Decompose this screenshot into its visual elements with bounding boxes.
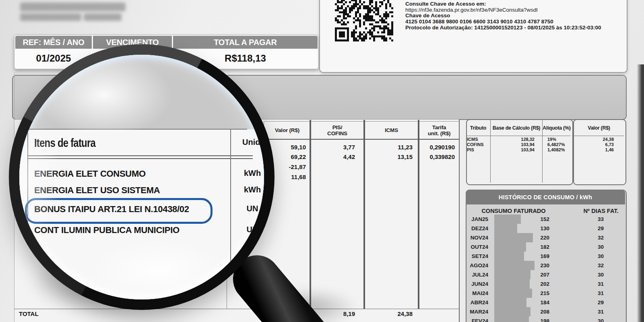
consumption-value: 169 [537,253,549,259]
consumption-row: JUN2420231 [466,279,625,289]
consumption-row: OUT2418230 [466,242,625,252]
tributos-column-separator [490,120,491,183]
tributo-valor: 1,46 [574,147,614,152]
consumption-row: DEZ2413029 [466,224,625,233]
consumption-bar-track [494,215,537,224]
item-icms: 11,23 [372,144,413,151]
consumption-row: NOV2422032 [466,233,625,242]
consumption-value: 198 [537,318,549,322]
consumption-row: MAI2421531 [466,289,625,298]
consumption-value: 182 [537,244,549,250]
consumption-value: 202 [537,281,549,287]
total-icms: 24,38 [372,310,413,318]
consumption-value: 208 [537,309,549,315]
consumption-row: ABR2418429 [466,298,625,307]
consumption-row: SET2416930 [466,252,625,261]
consumption-history-rows: JAN2515233 DEZ2413029 NOV2422032 OUT2418… [466,215,625,322]
item-pis-cofins: 3,77 [315,144,355,151]
consumption-value: 152 [537,216,549,222]
magnified-header-separator [27,158,253,159]
magnified-table-top-border [27,129,247,130]
tributo-valor: 24,38 [574,137,614,142]
days-value: 32 [549,262,604,268]
column-separator [310,120,311,309]
consumption-bar-track [494,298,537,307]
magnified-header-separator [27,155,253,156]
month-label: DEZ24 [466,225,488,231]
days-value: 33 [549,216,604,222]
consumption-bar-track [494,252,537,261]
access-key-value: 4125 0104 3688 9800 0106 6600 3143 9010 … [405,19,615,25]
consumption-history-title: HISTÓRICO DE CONSUMO / kWh [466,190,625,204]
qr-code [335,0,393,41]
consumption-bar-track [494,307,537,316]
month-label: ABR24 [466,299,488,305]
consumption-bar-track [494,270,537,279]
consumo-faturado-header: CONSUMO FATURADO [469,208,558,214]
days-value: 29 [549,225,604,231]
item-name: ENERGIA ELET USO SISTEMA [34,185,160,196]
access-key-label: Chave de Acesso [405,13,615,19]
table-right-border [459,119,460,322]
authorization-protocol: Protocolo de Autorização: 14125000015201… [405,25,615,31]
valor-column-header: Valor (R$) [265,122,310,139]
consumption-bar [494,242,526,252]
month-label: JAN25 [466,216,488,222]
consumption-value: 184 [537,299,549,305]
tributo-base: 128,32 [494,137,535,142]
tributo-header: Tributo [466,125,490,131]
days-value: 31 [549,290,604,296]
consumption-row: MAR2420831 [466,307,625,316]
magnified-unit-separator [230,129,231,282]
month-label: AGO24 [466,262,488,268]
magnifier-lens: Itens de fatura Unid. ENERGIA ELET CONSU… [9,44,275,310]
tributos-header-separator [574,136,624,136]
consumption-bar-track [494,279,537,289]
consumption-bar-track [494,261,537,270]
consumption-value: 220 [537,235,549,241]
consumption-bar [494,270,530,279]
consumption-row: FEV2419830 [466,316,625,322]
consumption-row: JAN2515233 [466,215,625,224]
item-name: ENERGIA ELET CONSUMO [34,169,146,180]
pis-cofins-column-header: PIS/COFINS [311,122,363,139]
consumption-bar-track [494,242,537,252]
month-label: NOV24 [466,235,488,241]
consumption-bar-track [494,224,537,233]
consumption-bar-track [494,233,537,242]
icms-column-header: ICMS [365,122,418,139]
month-label: FEV24 [466,318,488,322]
days-value: 31 [549,309,604,315]
column-separator [363,120,365,309]
tributo-base: 103,94 [494,147,535,152]
consumption-bar [494,307,530,316]
consumption-bar [494,316,529,322]
consumption-value: 215 [537,290,549,296]
item-unit: kWh [235,185,264,196]
item-tarifa: 0,290190 [415,144,455,151]
item-pis-cofins: 4,42 [315,153,355,161]
electricity-bill-document: REF: MÊS / ANO VENCIMENTO TOTAL A PAGAR … [0,0,644,322]
item-unit: UN [235,225,264,236]
tributo-aliquota: 1,4082% [547,147,572,152]
dias-faturados-header: Nº DIAS FAT. [573,208,629,214]
tributo-base: 103,94 [494,142,535,147]
consumption-bar [494,289,532,298]
items-table-title: Itens de fatura [34,136,95,150]
highlight-ellipse [25,198,213,224]
consumption-bar [494,252,524,261]
month-label: SET24 [466,253,488,259]
magnified-view: Itens de fatura Unid. ENERGIA ELET CONSU… [19,55,264,299]
tributo-name: PIS [467,147,489,152]
consumption-row: AGO2423032 [466,261,625,270]
consumption-bar [494,215,521,224]
tarifa-column-header: Tarifaunit. (R$) [419,122,459,139]
tributo-name: ICMS [467,137,489,142]
days-value: 30 [549,272,604,278]
month-label: MAI24 [466,290,488,296]
aliquota-header: Alíquota (%) [543,125,571,131]
item-unit: UN [235,204,264,215]
page-right-shadow [637,64,644,322]
consult-access-key-label: Consulte Chave de Acesso em: [405,1,615,7]
consult-access-key-url: https://nf3e.fazenda.pr.gov.br/nf3e/NF3e… [405,7,615,13]
